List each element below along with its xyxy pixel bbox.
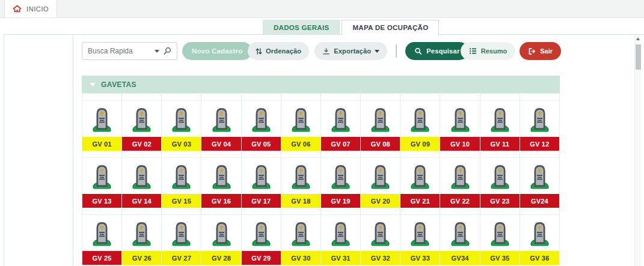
gaveta-cell[interactable]: GV 22 [440, 151, 480, 208]
cell-spacer [201, 94, 241, 101]
gaveta-label: GV34 [440, 251, 479, 265]
tombstone-icon [489, 163, 511, 190]
cell-spacer [162, 151, 201, 158]
gaveta-cell[interactable]: GV 12 [520, 94, 560, 151]
novo-cadastro-button[interactable]: Novo Cadastro [182, 42, 252, 60]
gaveta-cell[interactable]: GV 10 [440, 94, 480, 151]
tombstone-icon-wrap [361, 101, 400, 137]
gaveta-cell[interactable]: GV 29 [242, 208, 281, 265]
gaveta-label: GV 32 [361, 251, 400, 265]
tombstone-icon [130, 106, 153, 133]
resumo-button[interactable]: Resumo [461, 42, 515, 60]
cell-spacer [520, 94, 559, 101]
sort-icon [256, 47, 262, 55]
gaveta-label: GV 10 [440, 137, 479, 151]
cell-spacer [162, 94, 201, 101]
quick-search-select[interactable]: Busca Rapida [82, 42, 177, 60]
gaveta-cell[interactable]: GV 13 [82, 151, 122, 208]
tombstone-icon [91, 106, 113, 133]
gaveta-label: GV24 [520, 194, 559, 208]
tombstone-icon-wrap [400, 158, 440, 194]
gaveta-label: GV 14 [122, 194, 161, 208]
gaveta-cell[interactable]: GV 06 [281, 94, 321, 151]
tombstone-icon-wrap [480, 158, 520, 194]
gaveta-label: GV 19 [321, 194, 360, 208]
tombstone-icon-wrap [82, 215, 121, 251]
gaveta-label: GV 05 [242, 137, 281, 151]
tombstone-icon [409, 106, 431, 133]
cell-spacer [440, 94, 479, 101]
gaveta-cell[interactable]: GV 21 [400, 151, 440, 208]
gaveta-cell[interactable]: GV 04 [201, 94, 241, 151]
gaveta-cell[interactable]: GV 07 [321, 94, 361, 151]
gaveta-cell[interactable]: GV 26 [122, 208, 162, 265]
gaveta-cell[interactable]: GV 03 [162, 94, 201, 151]
gaveta-cell[interactable]: GV 18 [281, 151, 321, 208]
cell-spacer [321, 208, 360, 215]
gaveta-label: GV 23 [480, 194, 520, 208]
ordenacao-button[interactable]: Ordenação [248, 42, 309, 60]
collapse-caret-icon[interactable] [90, 83, 96, 86]
scrollbar-thumb[interactable] [636, 44, 641, 70]
gaveta-cell[interactable]: GV 28 [201, 208, 241, 265]
window-tab-inicio[interactable]: INICIO [4, 0, 57, 18]
tombstone-icon-wrap [281, 101, 320, 137]
tombstone-icon [369, 220, 391, 247]
sign-out-icon [528, 47, 536, 55]
download-icon [322, 47, 330, 55]
cell-spacer [281, 94, 320, 101]
tombstone-icon-wrap [162, 215, 201, 251]
gaveta-label: GV 25 [82, 251, 121, 265]
gavetas-section-header[interactable]: GAVETAS [82, 76, 560, 93]
tombstone-icon [210, 163, 233, 190]
tombstone-icon [250, 163, 272, 190]
gaveta-cell[interactable]: GV34 [440, 208, 480, 265]
vertical-scrollbar[interactable] [634, 35, 641, 266]
tombstone-icon [130, 220, 153, 247]
gaveta-cell[interactable]: GV 01 [82, 94, 122, 151]
gaveta-cell[interactable]: GV 27 [162, 208, 201, 265]
gaveta-cell[interactable]: GV 30 [281, 208, 321, 265]
tombstone-icon-wrap [361, 215, 400, 251]
gaveta-cell[interactable]: GV 09 [400, 94, 440, 151]
ordenacao-label: Ordenação [266, 47, 301, 55]
gaveta-cell[interactable]: GV 14 [122, 151, 162, 208]
gaveta-cell[interactable]: GV 08 [361, 94, 400, 151]
tombstone-icon-wrap [520, 215, 559, 251]
gaveta-cell[interactable]: GV 36 [520, 208, 560, 265]
gaveta-label: GV 06 [281, 137, 320, 151]
gaveta-cell[interactable]: GV 15 [162, 151, 201, 208]
sair-button[interactable]: Sair [520, 42, 561, 60]
gaveta-cell[interactable]: GV24 [520, 151, 560, 208]
gaveta-cell[interactable]: GV 32 [361, 208, 400, 265]
tab-mapa-de-ocupacao[interactable]: MAPA DE OCUPAÇÃO [342, 20, 439, 35]
tombstone-icon [449, 220, 471, 247]
scroll-up-arrow-icon[interactable] [636, 37, 640, 40]
gaveta-label: GV 36 [520, 251, 559, 265]
gaveta-cell[interactable]: GV 16 [201, 151, 241, 208]
gaveta-cell[interactable]: GV 20 [361, 151, 400, 208]
gaveta-cell[interactable]: GV 19 [321, 151, 361, 208]
tombstone-icon-wrap [122, 158, 161, 194]
cell-spacer [400, 94, 440, 101]
pesquisar-button[interactable]: Pesquisar [405, 42, 468, 60]
chevron-down-icon[interactable] [155, 50, 159, 53]
gaveta-cell[interactable]: GV 02 [122, 94, 162, 151]
tombstone-icon [449, 163, 471, 190]
gaveta-cell[interactable]: GV 11 [480, 94, 520, 151]
gaveta-cell[interactable]: GV 05 [242, 94, 281, 151]
gaveta-cell[interactable]: GV 35 [480, 208, 520, 265]
search-icon[interactable] [163, 47, 171, 55]
gaveta-cell[interactable]: GV 23 [480, 151, 520, 208]
gaveta-cell[interactable]: GV 31 [321, 208, 361, 265]
cell-spacer [480, 208, 520, 215]
tombstone-icon [529, 106, 551, 133]
gaveta-cell[interactable]: GV 17 [242, 151, 281, 208]
tombstone-icon-wrap [440, 215, 479, 251]
tab-dados-gerais[interactable]: DADOS GERAIS [263, 20, 340, 35]
exportacao-button[interactable]: Exportação [314, 42, 387, 60]
exportacao-label: Exportação [334, 47, 371, 55]
cell-spacer [281, 151, 320, 158]
gaveta-cell[interactable]: GV 25 [82, 208, 122, 265]
gaveta-cell[interactable]: GV 33 [400, 208, 440, 265]
